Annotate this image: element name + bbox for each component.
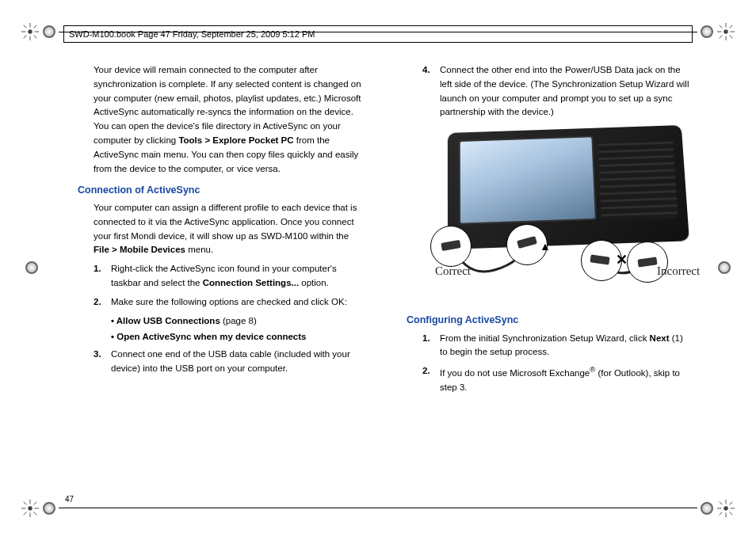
step-body: Make sure the following options are chec… bbox=[111, 295, 364, 310]
section-body-menu: File > Mobile Devices bbox=[94, 245, 185, 254]
step-body: Right-click the ActiveSync icon found in… bbox=[111, 262, 364, 291]
section-body-text: Your computer can assign a different pro… bbox=[94, 203, 357, 241]
crop-register-mark bbox=[25, 261, 38, 274]
x-mark-icon: ✕ bbox=[616, 249, 628, 272]
svg-line-16 bbox=[720, 36, 723, 39]
bullet-item: Open ActiveSync when my device connects bbox=[111, 330, 364, 344]
svg-line-6 bbox=[34, 36, 37, 39]
svg-line-34 bbox=[720, 512, 723, 515]
arrow-up-icon: ▲ bbox=[540, 238, 551, 256]
svg-point-27 bbox=[724, 506, 728, 511]
crop-ornament-tl bbox=[21, 23, 39, 40]
crop-register-mark bbox=[43, 502, 55, 515]
step-item: 3. Connect one end of the USB data cable… bbox=[94, 348, 364, 376]
svg-point-0 bbox=[28, 29, 32, 34]
svg-line-23 bbox=[24, 502, 27, 505]
svg-line-17 bbox=[730, 25, 733, 29]
intro-menu-path: Tools > Explore Pocket PC bbox=[178, 135, 293, 145]
svg-line-25 bbox=[24, 512, 27, 515]
step-body: Connect one end of the USB data cable (i… bbox=[111, 348, 364, 376]
section-title-configuring: Configuring ActiveSync bbox=[392, 313, 693, 328]
page-number: 47 bbox=[65, 495, 74, 504]
crop-register-mark bbox=[718, 261, 731, 274]
step-item: 1. Right-click the ActiveSync icon found… bbox=[94, 262, 364, 291]
section-title-connection: Connection of ActiveSync bbox=[63, 183, 364, 198]
header-text: SWD-M100.book Page 47 Friday, September … bbox=[69, 29, 315, 39]
step-number: 1. bbox=[94, 262, 111, 291]
svg-line-8 bbox=[34, 25, 37, 29]
steps-list-connection-cont: 3. Connect one end of the USB data cable… bbox=[63, 348, 364, 376]
intro-paragraph: Your device will remain connected to the… bbox=[63, 63, 364, 177]
crop-ornament-tr bbox=[717, 23, 735, 40]
svg-line-14 bbox=[720, 25, 723, 29]
step-item: 1. From the initial Synchronization Setu… bbox=[422, 332, 693, 360]
svg-point-18 bbox=[28, 506, 32, 511]
svg-line-26 bbox=[34, 502, 37, 505]
svg-line-5 bbox=[24, 25, 27, 29]
figure-label-incorrect: Incorrect bbox=[657, 262, 700, 280]
crop-register-mark bbox=[701, 502, 713, 515]
bullet-item: Allow USB Connections (page 8) bbox=[111, 314, 364, 329]
steps-list-top-right: 4. Connect the other end into the Power/… bbox=[392, 63, 693, 120]
crop-register-mark bbox=[43, 25, 55, 38]
step-item: 2. Make sure the following options are c… bbox=[94, 295, 364, 310]
step-number: 3. bbox=[94, 348, 111, 376]
step-number: 2. bbox=[94, 295, 111, 310]
section-body-end: menu. bbox=[185, 245, 213, 254]
steps-list-connection: 1. Right-click the ActiveSync icon found… bbox=[63, 262, 364, 309]
crop-ornament-bl bbox=[21, 500, 39, 517]
svg-line-33 bbox=[730, 512, 733, 515]
svg-line-7 bbox=[24, 36, 27, 39]
step-body: From the initial Synchronization Setup W… bbox=[440, 332, 693, 360]
step-number: 2. bbox=[422, 364, 440, 394]
step-number: 1. bbox=[422, 332, 440, 360]
step-body: If you do not use Microsoft Exchange® (f… bbox=[440, 364, 693, 394]
figure-label-correct: Correct bbox=[435, 262, 471, 280]
crop-register-mark bbox=[701, 25, 713, 38]
crop-ornament-br bbox=[717, 500, 735, 517]
step-item: 4. Connect the other end into the Power/… bbox=[422, 63, 693, 120]
device-figure: ▲ ✕ Correct Incorrect bbox=[419, 127, 693, 302]
page-header: SWD-M100.book Page 47 Friday, September … bbox=[63, 25, 693, 43]
svg-line-32 bbox=[720, 502, 723, 505]
step-item: 2. If you do not use Microsoft Exchange®… bbox=[422, 364, 693, 394]
svg-point-9 bbox=[724, 29, 728, 34]
svg-line-35 bbox=[730, 502, 733, 505]
svg-line-15 bbox=[730, 36, 733, 39]
step-number: 4. bbox=[422, 63, 440, 120]
crop-line bbox=[59, 508, 697, 508]
steps-list-configuring: 1. From the initial Synchronization Setu… bbox=[392, 332, 693, 395]
step-body: Connect the other end into the Power/USB… bbox=[440, 63, 693, 120]
section-connection-body: Your computer can assign a different pro… bbox=[63, 201, 364, 257]
intro-text: Your device will remain connected to the… bbox=[94, 65, 361, 145]
options-bullets: Allow USB Connections (page 8) Open Acti… bbox=[63, 314, 364, 345]
column-right: 4. Connect the other end into the Power/… bbox=[392, 63, 693, 477]
svg-line-24 bbox=[34, 512, 37, 515]
column-left: Your device will remain connected to the… bbox=[63, 63, 364, 477]
